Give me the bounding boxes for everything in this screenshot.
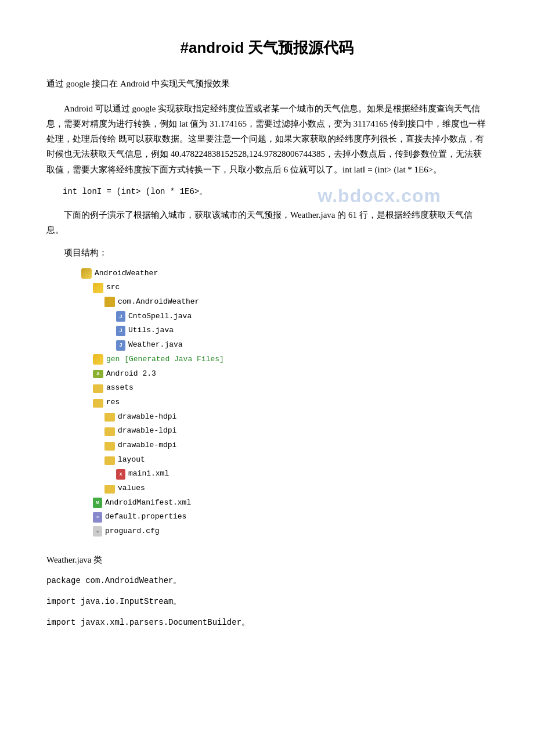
tree-android-label: Android 2.3 — [106, 367, 156, 381]
subtitle: 通过 google 接口在 Android 中实现天气预报效果 — [46, 77, 488, 92]
drawable-mdpi-icon — [104, 442, 115, 451]
tree-root-label: AndroidWeather — [95, 267, 158, 281]
tree-utils-label: Utils.java — [128, 323, 174, 338]
import-line-2: import javax.xml.parsers.DocumentBuilder… — [46, 616, 488, 630]
tree-proguard-label: proguard.cfg — [105, 524, 160, 539]
tree-package-label: com.AndroidWeather — [118, 295, 199, 309]
tree-drawable-ldpi: drawable-ldpi — [104, 424, 488, 438]
tree-values: values — [104, 481, 488, 496]
cfg-icon: ≡ — [93, 526, 102, 537]
tree-values-label: values — [118, 481, 145, 496]
tree-drawable-mdpi: drawable-mdpi — [104, 438, 488, 453]
tree-drawable-hdpi-label: drawable-hdpi — [118, 410, 176, 424]
tree-gen-label: gen [Generated Java Files] — [106, 352, 224, 367]
code-line-1: int lonI = (int> (lon * 1E6>。 — [46, 185, 488, 199]
res-folder-icon — [93, 399, 103, 408]
tree-src: src — [93, 280, 488, 295]
tree-properties: ≡ default.properties — [93, 510, 488, 524]
android-icon: A — [93, 370, 103, 378]
page-title: #android 天气预报源代码 — [46, 35, 488, 60]
java-icon-utils: J — [116, 326, 125, 336]
tree-proguard: ≡ proguard.cfg — [93, 524, 488, 539]
tree-package: com.AndroidWeather — [104, 295, 488, 309]
tree-weather-java-label: Weather.java — [128, 338, 183, 352]
tree-gen: gen [Generated Java Files] — [93, 352, 488, 367]
src-icon — [93, 283, 103, 293]
tree-android: A Android 2.3 — [93, 367, 488, 381]
drawable-ldpi-icon — [104, 427, 115, 436]
tree-drawable-mdpi-label: drawable-mdpi — [118, 438, 176, 453]
tree-properties-label: default.properties — [105, 510, 186, 524]
properties-icon: ≡ — [93, 512, 102, 523]
tree-assets-label: assets — [106, 381, 134, 395]
tree-cntospell: J CntoSpell.java — [116, 309, 488, 324]
tree-utils: J Utils.java — [116, 323, 488, 338]
tree-layout-label: layout — [118, 453, 145, 467]
xml-icon-main1: X — [116, 469, 125, 480]
tree-main1-xml-label: main1.xml — [128, 467, 169, 481]
tree-manifest: M AndroidManifest.xml — [93, 496, 488, 510]
tree-main1-xml: X main1.xml — [116, 467, 488, 481]
project-label: 项目结构： — [46, 246, 488, 261]
layout-folder-icon — [104, 456, 115, 465]
tree-cntospell-label: CntoSpell.java — [128, 309, 192, 324]
tree-res: res — [93, 395, 488, 410]
project-structure: AndroidWeather src com.AndroidWeather J … — [81, 267, 488, 539]
tree-layout: layout — [104, 453, 488, 467]
weather-java-class-heading: Weather.java 类 — [46, 553, 488, 568]
java-icon-cntospell: J — [116, 311, 125, 322]
import-line-1: import java.io.InputStream。 — [46, 595, 488, 609]
tree-manifest-label: AndroidManifest.xml — [105, 496, 191, 510]
gen-icon — [93, 354, 103, 365]
tree-src-label: src — [106, 280, 120, 295]
values-folder-icon — [104, 485, 115, 494]
tree-drawable-hdpi: drawable-hdpi — [104, 410, 488, 424]
page-wrapper: w.bdocx.com #android 天气预报源代码 通过 google 接… — [46, 35, 488, 630]
package-icon — [104, 297, 115, 307]
tree-assets: assets — [93, 381, 488, 395]
paragraph-1: Android 可以通过 google 实现获取指定经纬度位置或者某一个城市的天… — [46, 101, 488, 177]
assets-folder-icon — [93, 384, 103, 393]
tree-weather-java: J Weather.java — [116, 338, 488, 352]
tree-drawable-ldpi-label: drawable-ldpi — [118, 424, 176, 438]
drawable-hdpi-icon — [104, 413, 115, 422]
java-icon-weather: J — [116, 340, 125, 351]
package-line: package com.AndroidWeather。 — [46, 574, 488, 588]
tree-root: AndroidWeather — [81, 267, 488, 281]
tree-res-label: res — [106, 395, 120, 410]
paragraph-2: 下面的例子演示了根据输入城市，获取该城市的天气预报，Weather.java 的… — [46, 207, 488, 238]
manifest-icon: M — [93, 498, 102, 508]
project-icon — [81, 268, 92, 279]
